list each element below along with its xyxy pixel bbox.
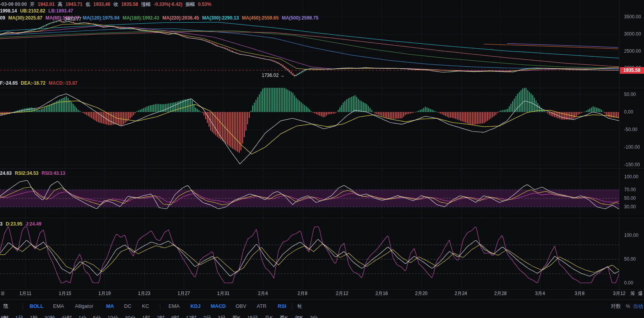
- kdj-header: 3D:23.95J:24.49: [0, 221, 44, 227]
- timeframe-button[interactable]: 1分: [78, 313, 86, 318]
- timeframe-button[interactable]: 8时: [171, 313, 179, 318]
- timeframe-button[interactable]: 季K: [280, 313, 288, 318]
- header-value: F:-24.65: [0, 80, 18, 86]
- timeframe-bar: 6时1日1秒30秒分时1分5分10分30分1时2时8时12时2日3日周K15日月…: [0, 313, 644, 318]
- indicator-button-kc[interactable]: KC: [142, 300, 149, 313]
- axis-tick-label: 30.00: [624, 204, 636, 210]
- indicator-button-obv-2[interactable]: OBV: [236, 300, 246, 313]
- header-value: DEA:-16.72: [21, 80, 45, 86]
- date-label: 1月27: [170, 290, 197, 297]
- price-annotation: 1736.02 →: [262, 73, 285, 78]
- header-value: 收: [114, 2, 118, 7]
- indicator-button-boll[interactable]: BOLL: [30, 300, 43, 313]
- date-label: 2月8: [289, 290, 316, 297]
- axis-tick-label: 100.00: [624, 233, 639, 238]
- indicator-button-macd-2[interactable]: MACD: [211, 300, 226, 313]
- percent-scale-button[interactable]: %: [626, 300, 630, 313]
- header-value: D:23.95: [6, 221, 23, 227]
- date-label: 2月4: [249, 290, 277, 297]
- timeframe-button[interactable]: 12时: [186, 313, 196, 318]
- indicator-button-alligator[interactable]: Alligator: [75, 300, 93, 313]
- header-value: -0.33%(-6.42): [154, 2, 182, 7]
- ohlc-header: -03-09 00:00开1942.01高1943.71低1933.46收193…: [0, 1, 215, 8]
- auto-scale-button[interactable]: 自动: [633, 300, 643, 313]
- header-value: MA(180):1992.43: [122, 15, 159, 21]
- timeframe-button[interactable]: 6时: [1, 313, 9, 318]
- header-value: MA(450):2559.65: [242, 15, 279, 21]
- date-label: 2月28: [487, 290, 514, 297]
- header-value: -03-09 00:00: [0, 2, 27, 7]
- header-value: LB:1893.47: [48, 8, 73, 14]
- toolbar-divider: [292, 303, 292, 310]
- axis-tick-label: -150.00: [624, 162, 640, 167]
- date-label: 1月11: [12, 290, 39, 297]
- timeframe-button[interactable]: 15日: [247, 313, 258, 318]
- timeframe-button[interactable]: 3日: [218, 313, 225, 318]
- date-label: 2月24: [447, 290, 475, 297]
- axis-tick-label: 100.00: [624, 174, 639, 179]
- timeframe-button[interactable]: 月K: [264, 313, 273, 318]
- header-value: MACD:-15.87: [49, 80, 78, 86]
- header-value: 1998.14: [0, 8, 17, 14]
- axis-tick-label: 50.00: [624, 92, 636, 97]
- price-annotation: ← 3403.77: [59, 16, 82, 22]
- header-value: 1933.46: [94, 2, 110, 7]
- header-value: RSI3:43.13: [42, 171, 66, 176]
- last-price-tag: 1935.58: [620, 67, 644, 74]
- axis-tick-label: 3500.00: [624, 14, 641, 20]
- indicator-button-dc[interactable]: DC: [124, 300, 131, 313]
- trading-chart-app: -03-09 00:00开1942.01高1943.71低1933.46收193…: [0, 0, 644, 318]
- timeframe-button[interactable]: 10分: [108, 313, 118, 318]
- header-value: 3: [0, 221, 3, 227]
- axis-settings-icon[interactable]: ☰: [1, 291, 5, 296]
- timeframe-button[interactable]: 5分: [93, 313, 101, 318]
- timeframe-button[interactable]: 1秒: [30, 313, 37, 318]
- timeframe-button[interactable]: 1时: [142, 313, 150, 318]
- date-label: 3月12: [606, 290, 633, 297]
- date-label: 1月23: [131, 290, 158, 297]
- boll-header: 1998.14UB:2102.82LB:1893.47: [0, 8, 76, 14]
- bottom-toolbar: 范围˅ BOLLEMAAlligatorMADCKCEMAKDJMACDOBVA…: [0, 300, 644, 313]
- timeframe-button[interactable]: 年K: [295, 313, 303, 318]
- liquidation-button[interactable]: 爆: [638, 290, 643, 297]
- timeframe-button[interactable]: 2日: [203, 313, 211, 318]
- timeframe-button[interactable]: 分时: [62, 313, 72, 318]
- header-value: 1935.58: [121, 2, 138, 7]
- indicator-button-rsi-2[interactable]: RSI: [278, 300, 286, 313]
- toolbar-divider: [23, 303, 23, 310]
- header-value: 涨幅: [141, 2, 151, 7]
- chevron-down-icon: ˅: [5, 300, 8, 313]
- indicator-button-atr-2[interactable]: ATR: [257, 300, 266, 313]
- timeframe-button[interactable]: 3分: [310, 313, 318, 318]
- axis-tick-label: 2500.00: [624, 48, 641, 54]
- date-label: 2月12: [328, 290, 356, 297]
- indicator-button-kdj-2[interactable]: KDJ: [190, 300, 200, 313]
- axis-tick-label: 0.00: [624, 109, 633, 115]
- axis-tick-label: 50.00: [624, 195, 636, 201]
- axis-tick-label: 50.00: [624, 256, 636, 262]
- header-value: MA(500):2598.75: [282, 15, 318, 21]
- timeframe-button[interactable]: 周K: [232, 313, 241, 318]
- date-label: 3月8: [566, 290, 593, 297]
- log-scale-button[interactable]: 对数: [611, 300, 621, 313]
- chips-distribution-button[interactable]: 筹: [630, 290, 635, 297]
- header-value: 0.53%: [198, 2, 211, 7]
- header-value: MA(220):2036.45: [162, 15, 199, 21]
- macd-header: F:-24.65DEA:-16.72MACD:-15.87: [0, 80, 81, 86]
- indicator-button-ma[interactable]: MA: [106, 300, 114, 313]
- date-label: 2月20: [408, 290, 435, 297]
- timeframe-button[interactable]: 1日: [15, 313, 23, 318]
- chart-canvas[interactable]: [0, 0, 644, 299]
- header-value: UB:2102.82: [20, 8, 45, 14]
- indicator-button-ema-2[interactable]: EMA: [169, 300, 179, 313]
- axis-tick-label: 3000.00: [624, 31, 641, 37]
- indicator-button-ema[interactable]: EMA: [53, 300, 64, 313]
- timeframe-button[interactable]: 30秒: [44, 313, 55, 318]
- timeframe-button[interactable]: 30分: [125, 313, 135, 318]
- ma-header: 09MA(30):2025.87MA(60):1997.97MA(120):19…: [0, 15, 321, 21]
- header-value: 开: [30, 2, 35, 7]
- header-value: J:24.49: [25, 221, 41, 227]
- header-value: 低: [86, 2, 90, 7]
- timeframe-button[interactable]: 2时: [157, 313, 165, 318]
- rsi-header: 24.63RSI2:34.53RSI3:43.13: [0, 171, 68, 176]
